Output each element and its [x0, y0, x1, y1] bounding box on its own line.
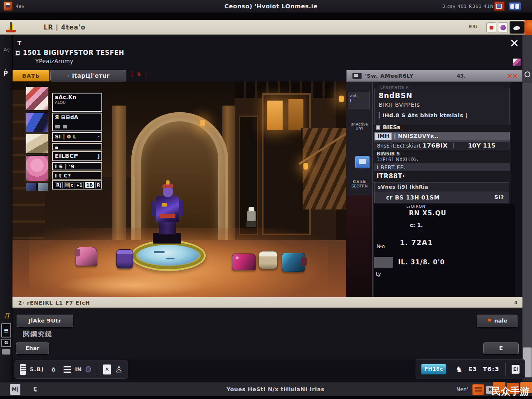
info-panel-titlebar[interactable]: 'Sw. AMeeR6LY 43. ✕✕ — [346, 70, 522, 82]
party-name-box[interactable]: EILBCP J — [52, 151, 102, 161]
secondary-action-button[interactable]: ‹ItapЦl'етur — [50, 70, 126, 81]
stat-chip-highlight: 1B — [85, 182, 94, 188]
party-portrait-small-2[interactable] — [37, 183, 48, 191]
layers-icon[interactable] — [64, 366, 71, 373]
hull-shape — [6, 30, 16, 32]
rail-label-sector[interactable]: KIS ESi SEOTRN — [347, 179, 372, 188]
party-name-box[interactable]: SI | 0 L · — [52, 132, 102, 142]
menubar-button-purple[interactable] — [498, 22, 508, 32]
e-button[interactable]: E — [483, 342, 519, 354]
sprite-purple-character[interactable] — [116, 249, 133, 268]
party-name-box[interactable]: I 6 | '9 — [52, 162, 102, 170]
stat-chip: ▸1 — [76, 182, 84, 188]
party-stat-strip[interactable]: R| H|c ▸1 1B R — [52, 180, 102, 190]
panel-row-7[interactable]: ITR88Т· — [374, 172, 510, 180]
party-member-name: EILBCP — [55, 153, 99, 159]
mini-avatar-icon[interactable] — [512, 58, 521, 66]
row-label: ITR88Т· — [374, 172, 405, 180]
dialog-header-icon — [15, 50, 20, 56]
rail-p-icon[interactable]: Ṗ — [3, 70, 8, 77]
summary-box[interactable]: sVnes (i9) IkhRia cr BS 13H 01SM 5!? — [374, 182, 509, 203]
titlebar-tray-icon[interactable] — [509, 2, 521, 10]
details-value-3: 1. 72A1 — [400, 239, 433, 247]
info-card-subtitle: BIKII BVPPEIs — [379, 101, 420, 108]
sprite-magenta-pair[interactable] — [232, 254, 256, 270]
e3-icon[interactable]: E3 — [468, 366, 477, 372]
ehar-button[interactable]: Ehar — [16, 342, 49, 354]
o-glyph-icon[interactable]: ō — [52, 366, 56, 373]
knight-icon[interactable]: ♞ — [456, 365, 463, 374]
pink-creature-head — [74, 249, 80, 256]
rail-gold-monogram-icon[interactable]: Л — [3, 312, 9, 320]
statue-body[interactable] — [156, 196, 179, 222]
application-window: 4ev Ceonso) 'Hvoiot LOnmes.ie 3.csv 401 … — [0, 0, 532, 399]
orb-icon[interactable] — [86, 366, 91, 372]
status-window-icon[interactable]: M| — [10, 384, 20, 395]
game-scene-viewport[interactable]: aAc.Kn ALOU Я ⊟⊟dA SI | 0 L · ▪ EILBCP J… — [12, 81, 347, 297]
sprite-tan-character[interactable] — [259, 251, 278, 269]
rail-button-ant[interactable]: ant. Г — [348, 92, 370, 108]
right-edge-strip — [522, 35, 532, 382]
document-icon[interactable] — [20, 364, 26, 375]
menubar-app-icon[interactable] — [5, 22, 16, 33]
panel-close-icon[interactable]: ✕✕ — [507, 72, 518, 80]
party-portrait-1[interactable] — [26, 86, 48, 111]
panel-row-values[interactable]: 8nsĒ it:Ect skiart 176BIX10Y 115 — [374, 141, 510, 150]
status-bar: M| Ę Youes HeStI N/x tHlulaNI IrIas Nen'… — [0, 382, 532, 396]
sprite-pink-creature[interactable] — [76, 247, 97, 266]
party-name-box[interactable]: I t C? — [52, 171, 102, 180]
titlebar-separator — [0, 12, 532, 20]
party-portrait-4[interactable] — [26, 155, 48, 181]
panel-row-selected[interactable]: IMH| NNISZUVYк.. — [374, 132, 510, 140]
party-name-box[interactable]: aAc.Kn ALOU — [52, 93, 102, 112]
panel-row-4[interactable]: BIN5IB S — [374, 151, 510, 157]
menubar-button-red[interactable] — [486, 22, 496, 32]
statue-emblem — [162, 203, 167, 207]
red-crest-icon: ] ♞ | — [131, 71, 148, 77]
status-orange-icon[interactable] — [472, 384, 484, 395]
pawn-icon[interactable]: ♙ — [115, 365, 123, 374]
app-icon[interactable] — [3, 1, 13, 11]
flag-button[interactable]: ⚑nale — [477, 315, 517, 327]
close-box-icon[interactable]: ✕ — [103, 365, 111, 374]
party-name-box[interactable]: ▪ — [52, 143, 102, 150]
party-member-name: Я ⊟⊟dA — [55, 114, 99, 120]
scene-lit-window — [267, 101, 283, 130]
checkbox-icon — [376, 125, 380, 130]
circle-icon[interactable] — [525, 71, 530, 77]
os-titlebar: 4ev Ceonso) 'Hvoiot LOnmes.ie 3.csv 401 … — [0, 0, 532, 12]
fuse-button[interactable]: FH18c — [421, 364, 446, 374]
rail-g-button[interactable]: G — [1, 339, 11, 347]
primary-action-button[interactable]: ВАТЬ — [12, 70, 49, 81]
rail-hamburger-icon[interactable]: ≡ — [1, 323, 11, 337]
panel-row-bless[interactable]: BIESs — [374, 123, 510, 132]
bottom-black-strip — [0, 396, 532, 399]
ei-chip-icon[interactable]: EI — [512, 365, 520, 374]
seated-npc[interactable] — [247, 211, 256, 222]
party-portrait-2[interactable] — [26, 112, 48, 132]
make-button[interactable]: JlAke 9Utr — [17, 315, 73, 327]
rail-gray-handle[interactable] — [2, 349, 10, 355]
panel-row-5[interactable]: 3:IPL61 NXXLUXь — [374, 157, 510, 163]
party-name-box[interactable]: Я ⊟⊟dA — [52, 113, 102, 131]
party-portrait-3[interactable] — [26, 134, 48, 154]
menubar-button-dark[interactable] — [510, 21, 525, 34]
rail-blue-folder-icon[interactable] — [355, 156, 369, 168]
details-black-area: crQIRON' RN X5.QU c: 1. 1. 72A1 IL. 31/8… — [374, 204, 515, 297]
status-left-glyph: Ę — [33, 386, 37, 392]
titlebar-record-icon[interactable] — [494, 1, 505, 11]
bottom-tab-bar[interactable]: 2· rENEIKL L1 F7 EIcH 4 — [12, 297, 522, 308]
rail-label-active[interactable]: snActive U91 — [347, 122, 372, 131]
sprite-teal-character[interactable] — [282, 253, 305, 272]
party-portrait-small-1[interactable] — [26, 183, 37, 191]
scene-floor-glow-bright — [58, 273, 208, 297]
scene-pillar-left — [112, 106, 126, 244]
info-card: Ehosmetta y 8ndBSN BIKII BVPPEIs IHd.8 S… — [374, 88, 510, 125]
panel-rail-bleed — [346, 195, 372, 297]
close-icon[interactable] — [510, 38, 520, 48]
tab-bar-labels[interactable]: 2· rENEIKL L1 F7 EIcH — [18, 300, 90, 306]
party-member-name: ▪ — [55, 145, 99, 150]
menubar-label[interactable]: LR | 4tea'o — [44, 24, 86, 31]
panel-row-6[interactable]: I BFRT FE. — [374, 163, 510, 171]
menubar-orange-corner — [525, 20, 532, 35]
